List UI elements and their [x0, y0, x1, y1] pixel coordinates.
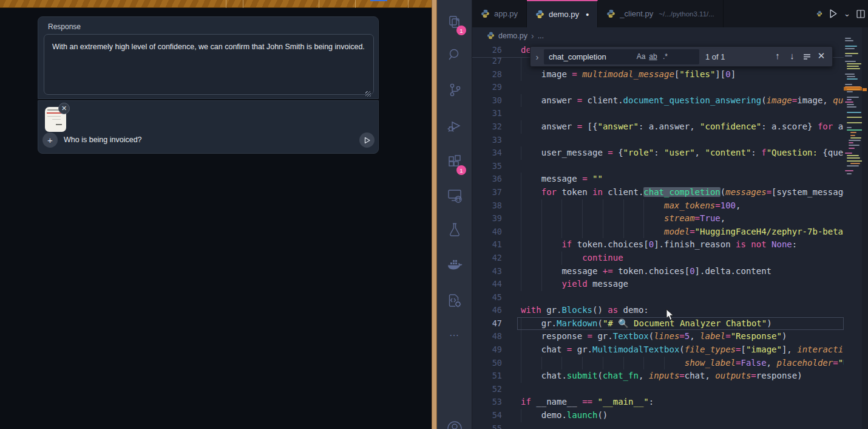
code-line[interactable]: 42 continue: [472, 252, 844, 265]
line-number[interactable]: 51: [472, 369, 510, 383]
line-number[interactable]: 37: [472, 186, 510, 199]
code-line[interactable]: 49 chat = gr.MultimodalTextbox(file_type…: [472, 343, 844, 357]
run-dropdown-chevron-icon[interactable]: ⌄: [844, 9, 850, 18]
line-number[interactable]: 45: [472, 291, 510, 304]
code-line[interactable]: 28 image = multimodal_message["files"][0…: [472, 68, 844, 81]
code-line[interactable]: 30 answer = client.document_question_ans…: [472, 94, 844, 108]
line-number[interactable]: 36: [472, 173, 510, 186]
line-number[interactable]: 34: [472, 146, 510, 160]
window-edge-strip: [432, 0, 437, 429]
line-number[interactable]: 55: [472, 422, 510, 429]
response-textarea[interactable]: With an extremely high level of confiden…: [44, 34, 374, 95]
textarea-resize-handle[interactable]: [365, 91, 371, 97]
code-line[interactable]: 43 message += token.choices[0].delta.con…: [472, 265, 844, 278]
code-line[interactable]: 46with gr.Blocks() as demo:: [472, 304, 844, 317]
next-match-button[interactable]: ↓: [785, 50, 799, 63]
code-line[interactable]: 40 model="HuggingFaceH4/zephyr-7b-beta")…: [472, 225, 844, 239]
code-line[interactable]: 32 answer = [{"answer": a.answer, "confi…: [472, 120, 844, 134]
code-line[interactable]: 48 response = gr.Textbox(lines=5, label=…: [472, 330, 844, 343]
line-number[interactable]: 47: [472, 317, 510, 331]
whole-word-toggle[interactable]: ab: [647, 52, 659, 61]
line-number[interactable]: 53: [472, 396, 510, 409]
line-number[interactable]: 26: [472, 44, 510, 57]
line-number[interactable]: 28: [472, 68, 510, 81]
code-line[interactable]: 52: [472, 383, 844, 396]
line-number[interactable]: 41: [472, 238, 510, 252]
source-control-icon[interactable]: [437, 76, 472, 104]
code-line[interactable]: 34 user_message = {"role": "user", "cont…: [472, 146, 844, 160]
line-number[interactable]: 52: [472, 383, 510, 396]
code-line[interactable]: 55: [472, 422, 844, 429]
previous-match-button[interactable]: ↑: [770, 50, 785, 63]
account-icon[interactable]: [437, 413, 472, 429]
search-icon[interactable]: [437, 41, 472, 69]
code-text: model="HuggingFaceH4/zephyr-7b-beta"):: [510, 225, 844, 239]
minimap[interactable]: [844, 27, 862, 429]
code-line[interactable]: 44 yield message: [472, 278, 844, 291]
line-number[interactable]: 31: [472, 107, 510, 120]
line-number[interactable]: 29: [472, 81, 510, 94]
breadcrumb-file[interactable]: demo.py: [498, 32, 527, 40]
run-debug-icon[interactable]: [437, 112, 472, 140]
tab-app-py[interactable]: app.py: [472, 0, 527, 27]
line-number[interactable]: 33: [472, 134, 510, 147]
close-find-button[interactable]: ✕: [814, 50, 829, 63]
match-case-toggle[interactable]: Aa: [635, 52, 647, 61]
line-number[interactable]: 44: [472, 278, 510, 291]
code-editor[interactable]: 27 question = multimodal_message["text"]…: [472, 44, 844, 429]
line-number[interactable]: 39: [472, 212, 510, 225]
code-line[interactable]: 37 for token in client.chat_completion(m…: [472, 186, 844, 199]
code-line[interactable]: 35: [472, 160, 844, 173]
extensions-icon[interactable]: 1: [437, 148, 472, 176]
code-line[interactable]: 54 demo.launch(): [472, 409, 844, 422]
docker-icon[interactable]: [437, 252, 472, 280]
dev-container-config-icon[interactable]: [437, 287, 472, 315]
line-number[interactable]: 46: [472, 304, 510, 317]
split-editor-button[interactable]: [856, 9, 866, 19]
line-number[interactable]: 30: [472, 94, 510, 108]
line-number[interactable]: 35: [472, 160, 510, 173]
find-in-selection-button[interactable]: [799, 50, 814, 63]
add-file-button[interactable]: +: [42, 132, 58, 148]
code-line[interactable]: 33: [472, 134, 844, 147]
chat-message-input[interactable]: Who is being invoiced?: [64, 136, 142, 144]
testing-icon[interactable]: [437, 216, 472, 244]
toggle-replace-chevron-icon[interactable]: ›: [531, 52, 544, 62]
code-line[interactable]: 31: [472, 107, 844, 120]
run-button[interactable]: [828, 9, 838, 19]
code-line[interactable]: 39 stream=True,: [472, 212, 844, 225]
line-number[interactable]: 43: [472, 265, 510, 278]
code-line[interactable]: 50 show_label=False, placeholder="Upload…: [472, 357, 844, 370]
tab-client-py[interactable]: _client.py ~/.../python3.11/...: [598, 0, 723, 27]
breadcrumb-symbol[interactable]: ...: [538, 32, 544, 40]
line-number[interactable]: 54: [472, 409, 510, 422]
find-input[interactable]: [544, 52, 635, 61]
code-line[interactable]: 51 chat.submit(chat_fn, inputs=chat, out…: [472, 369, 844, 383]
remove-attachment-button[interactable]: ✕: [58, 103, 70, 114]
modified-dot-icon[interactable]: ●: [586, 12, 589, 18]
minimap-row: [845, 170, 853, 171]
code-line[interactable]: 53if __name__ == "__main__":: [472, 396, 844, 409]
remote-explorer-icon[interactable]: [437, 182, 472, 210]
tab-demo-py[interactable]: demo.py ●: [527, 0, 598, 27]
send-button[interactable]: [359, 132, 375, 148]
line-number[interactable]: 50: [472, 357, 510, 370]
code-line[interactable]: 38 max_tokens=100,: [472, 199, 844, 213]
code-line[interactable]: 41 if token.choices[0].finish_reason is …: [472, 238, 844, 252]
line-number[interactable]: 38: [472, 199, 510, 213]
line-number[interactable]: 48: [472, 330, 510, 343]
overview-ruler[interactable]: [862, 27, 868, 429]
code-line[interactable]: 45: [472, 291, 844, 304]
code-line[interactable]: 36 message = "": [472, 173, 844, 186]
more-actions-icon[interactable]: ⋯: [437, 321, 472, 349]
code-line[interactable]: 29: [472, 81, 844, 94]
code-text: user_message = {"role": "user", "content…: [510, 146, 844, 160]
breadcrumb[interactable]: demo.py › ...: [472, 27, 844, 44]
line-number[interactable]: 32: [472, 120, 510, 134]
line-number[interactable]: 49: [472, 343, 510, 357]
regex-toggle[interactable]: .*: [659, 52, 671, 61]
line-number[interactable]: 42: [472, 252, 510, 265]
explorer-icon[interactable]: 1: [437, 9, 472, 36]
line-number[interactable]: 40: [472, 225, 510, 239]
code-line[interactable]: 47 gr.Markdown("# 🔍 Document Analyzer Ch…: [472, 317, 844, 331]
